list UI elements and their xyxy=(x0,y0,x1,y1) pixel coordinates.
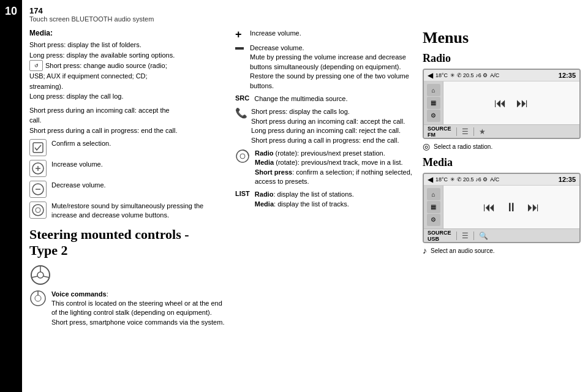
page-tab: 10 xyxy=(0,0,22,392)
voice-icon xyxy=(29,290,47,307)
confirm-text: Confirm a selection. xyxy=(51,139,225,148)
svg-line-11 xyxy=(32,276,37,277)
phone-row: 📞 Short press: display the calls log. Sh… xyxy=(235,107,413,145)
radio-main-area: ⏮ ⏭ xyxy=(443,81,579,124)
media-pause: ⏸ xyxy=(505,200,518,214)
decrease-icon xyxy=(29,181,47,198)
radio-source: SOURCEFM xyxy=(428,126,451,138)
radio-title: Radio xyxy=(423,52,581,65)
tab-number: 10 xyxy=(5,5,17,18)
media-caption-icon: ♪ xyxy=(423,246,427,255)
media-ac: A/C xyxy=(490,176,499,183)
svg-line-12 xyxy=(43,276,49,277)
radio-prev: ⏮ xyxy=(494,96,507,110)
knob-icon xyxy=(235,149,250,164)
phone-text: Short press: display the calls log. Shor… xyxy=(251,107,413,145)
radio-screen: ◀ 18°C ✳ ✆ 20.5 ♪6 ⚙ A/C 12:35 ⌂ ▦ ⚙ ⏮ xyxy=(423,69,581,139)
list-icon: ☰ xyxy=(462,127,469,136)
decrease-row: Decrease volume. xyxy=(29,181,225,198)
phone-icon: 📞 xyxy=(235,107,247,119)
page-number: 174 xyxy=(29,6,581,15)
minus-row: Decrease volume. Mute by pressing the vo… xyxy=(235,43,413,91)
minus-text: Decrease volume. Mute by pressing the vo… xyxy=(250,43,413,91)
knob-text: Radio (rotate): previous/next preset sta… xyxy=(255,149,413,187)
left-column: Media: Short press: display the list of … xyxy=(29,29,225,386)
increase-icon xyxy=(29,160,47,177)
knob-row: Radio (rotate): previous/next preset sta… xyxy=(235,149,413,187)
media-section-title: Media xyxy=(423,156,581,169)
src-text: Change the multimedia source. xyxy=(254,94,413,104)
media-back-arrow: ◀ xyxy=(428,175,433,184)
voice-commands-row: Voice commands: This control is located … xyxy=(29,290,225,328)
media-caption-text: Select an audio source. xyxy=(431,247,495,254)
media-nav-settings: ⚙ xyxy=(427,214,440,226)
media-source: SOURCEUSB xyxy=(428,230,451,242)
radio-caption: ◎ Select a radio station. xyxy=(423,141,581,151)
src-row: SRC Change the multimedia source. xyxy=(235,94,413,104)
svg-rect-16 xyxy=(235,47,244,50)
radio-status-left: ◀ 18°C ✳ ✆ 20.5 ♪6 ⚙ A/C xyxy=(428,71,499,80)
minus-symbol xyxy=(235,47,244,50)
menus-title: Menus xyxy=(423,29,581,47)
media-status-icons: ✳ ✆ 20.5 ♪6 ⚙ xyxy=(450,176,488,183)
media-prev: ⏮ xyxy=(483,200,496,214)
media-divider2 xyxy=(473,232,474,240)
nav-home: ⌂ xyxy=(427,84,440,96)
decrease-text: Decrease volume. xyxy=(51,181,225,190)
svg-point-7 xyxy=(36,208,40,213)
radio-status-icons: ✳ ✆ 20.5 ♪6 ⚙ xyxy=(450,72,488,78)
media-list-icon: ☰ xyxy=(462,232,469,240)
radio-caption-icon: ◎ xyxy=(423,141,430,151)
media-status-bar: ◀ 18°C ✳ ✆ 20.5 ♪6 ⚙ A/C 12:35 xyxy=(424,174,579,186)
divider2 xyxy=(473,127,474,136)
nav-media: ▦ xyxy=(427,97,440,109)
list-label: LIST xyxy=(235,190,250,197)
confirm-icon xyxy=(29,139,47,156)
star-icon: ★ xyxy=(479,127,486,136)
plus-row: + Increase volume. xyxy=(235,29,413,40)
media-status-left: ◀ 18°C ✳ ✆ 20.5 ♪6 ⚙ A/C xyxy=(428,175,499,184)
radio-next: ⏭ xyxy=(516,96,529,110)
list-text: Radio: display the list of stations. Med… xyxy=(255,190,413,209)
increase-row: Increase volume. xyxy=(29,160,225,177)
steering-wheel-icon xyxy=(29,264,51,286)
page-header: 174 Touch screen BLUETOOTH audio system xyxy=(29,6,581,23)
middle-column: + Increase volume. Decrease volume. Mute… xyxy=(235,29,413,386)
call-description: Short press during an incoming call: acc… xyxy=(29,105,225,136)
media-divider1 xyxy=(456,232,457,240)
plus-symbol: + xyxy=(235,29,245,40)
plus-text: Increase volume. xyxy=(250,29,413,38)
main-content: 174 Touch screen BLUETOOTH audio system … xyxy=(22,0,588,392)
right-column: Menus Radio ◀ 18°C ✳ ✆ 20.5 ♪6 ⚙ A/C 12:… xyxy=(423,29,581,386)
mute-icon xyxy=(29,202,47,219)
media-search-icon: 🔍 xyxy=(479,232,488,240)
page-subtitle: Touch screen BLUETOOTH audio system xyxy=(29,15,581,23)
radio-ac: A/C xyxy=(490,72,499,78)
radio-screen-body: ⌂ ▦ ⚙ ⏮ ⏭ xyxy=(424,81,579,124)
mute-row: Mute/restore sound by simultaneously pre… xyxy=(29,202,225,221)
media-temp: 18°C xyxy=(435,176,448,183)
media-bottom-bar: SOURCEUSB ☰ 🔍 xyxy=(424,228,579,242)
media-next: ⏭ xyxy=(527,200,540,214)
media-main-area: ⏮ ⏸ ⏭ xyxy=(443,186,579,228)
svg-point-18 xyxy=(240,154,245,159)
back-arrow: ◀ xyxy=(428,71,433,80)
media-description: Short press: display the list of folders… xyxy=(29,40,225,102)
media-left-nav: ⌂ ▦ ⚙ xyxy=(424,186,443,228)
radio-time: 12:35 xyxy=(559,72,576,79)
svg-point-9 xyxy=(37,272,43,278)
radio-left-nav: ⌂ ▦ ⚙ xyxy=(424,81,443,124)
svg-point-6 xyxy=(32,205,43,216)
radio-status-bar: ◀ 18°C ✳ ✆ 20.5 ♪6 ⚙ A/C 12:35 xyxy=(424,70,579,81)
media-nav-home: ⌂ xyxy=(427,188,440,200)
media-screen-body: ⌂ ▦ ⚙ ⏮ ⏸ ⏭ xyxy=(424,186,579,228)
radio-temp: 18°C xyxy=(435,72,448,78)
divider1 xyxy=(456,127,457,136)
increase-text: Increase volume. xyxy=(51,160,225,169)
media-nav-media: ▦ xyxy=(427,201,440,213)
confirm-row: Confirm a selection. xyxy=(29,139,225,156)
nav-settings: ⚙ xyxy=(427,110,440,122)
svg-rect-0 xyxy=(33,143,43,153)
radio-caption-text: Select a radio station. xyxy=(434,143,492,150)
columns: Media: Short press: display the list of … xyxy=(29,29,581,386)
